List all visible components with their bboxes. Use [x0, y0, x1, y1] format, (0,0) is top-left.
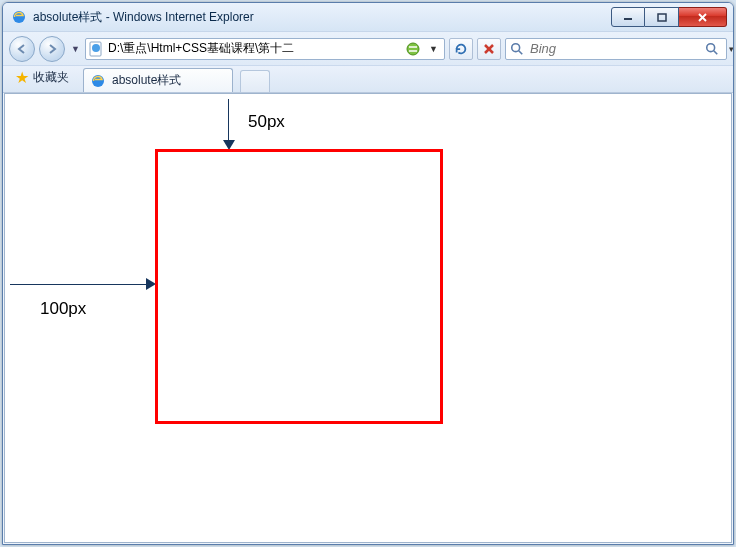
stop-button[interactable] [477, 38, 501, 60]
svg-line-13 [714, 50, 718, 54]
address-dropdown-icon[interactable]: ▼ [425, 44, 442, 54]
url-input[interactable] [108, 42, 401, 56]
maximize-icon [657, 13, 667, 22]
svg-point-10 [512, 43, 520, 51]
page-icon [88, 41, 104, 57]
svg-line-11 [519, 50, 523, 54]
page-content: 50px 100px [5, 94, 731, 542]
search-input[interactable] [530, 41, 699, 56]
compatibility-icon[interactable] [405, 41, 421, 57]
svg-point-12 [707, 43, 715, 51]
search-icon [510, 42, 524, 56]
svg-point-7 [407, 43, 419, 55]
maximize-button[interactable] [645, 7, 679, 27]
ie-icon [90, 73, 106, 89]
favorites-label: 收藏夹 [33, 69, 69, 86]
minimize-icon [623, 13, 633, 21]
star-icon: ★ [15, 70, 29, 86]
tab-label: absolute样式 [112, 72, 181, 89]
svg-point-6 [92, 44, 100, 52]
refresh-button[interactable] [449, 38, 473, 60]
address-bar[interactable]: ▼ [85, 38, 445, 60]
top-offset-label: 50px [248, 112, 285, 132]
new-tab-button[interactable] [240, 70, 270, 92]
search-box[interactable]: ▾ [505, 38, 727, 60]
absolute-positioned-box [155, 149, 443, 424]
favorites-button[interactable]: ★ 收藏夹 [9, 65, 75, 92]
search-go-icon[interactable] [705, 42, 719, 56]
left-offset-arrow-line [10, 284, 150, 285]
tabs-toolbar: ★ 收藏夹 absolute样式 [3, 65, 733, 93]
tab-active[interactable]: absolute样式 [83, 68, 233, 92]
page-viewport: 50px 100px [4, 93, 732, 543]
refresh-icon [454, 42, 468, 56]
navigation-toolbar: ▼ ▼ [3, 31, 733, 65]
title-bar: absolute样式 - Windows Internet Explorer [3, 3, 733, 31]
arrow-left-icon [16, 43, 28, 55]
window-frame: absolute样式 - Windows Internet Explorer ▼ [2, 2, 734, 545]
nav-history-dropdown[interactable]: ▼ [69, 44, 81, 54]
window-controls [611, 7, 727, 27]
window-title: absolute样式 - Windows Internet Explorer [33, 9, 611, 26]
back-button[interactable] [9, 36, 35, 62]
search-dropdown-icon[interactable]: ▾ [725, 44, 734, 54]
forward-button[interactable] [39, 36, 65, 62]
close-icon [697, 12, 708, 23]
ie-icon [11, 9, 27, 25]
svg-rect-2 [658, 14, 666, 21]
top-offset-arrow-line [228, 99, 229, 144]
minimize-button[interactable] [611, 7, 645, 27]
close-button[interactable] [679, 7, 727, 27]
stop-x-icon [483, 43, 495, 55]
left-offset-label: 100px [40, 299, 86, 319]
arrow-right-icon [46, 43, 58, 55]
